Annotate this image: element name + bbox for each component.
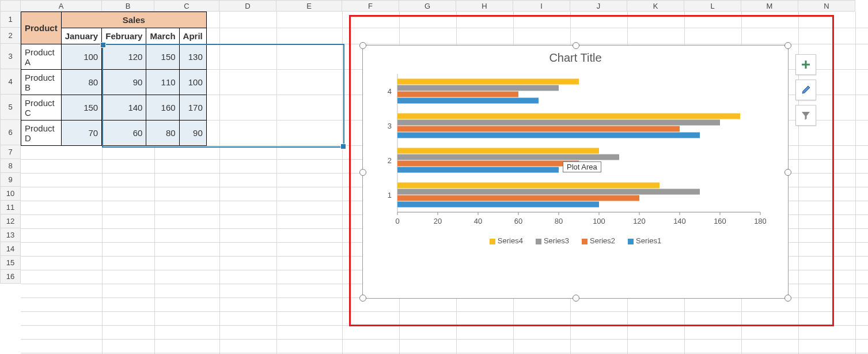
chart-handle[interactable] [573,295,579,302]
row-header-3[interactable]: 3 [0,44,21,69]
svg-rect-33 [397,114,740,119]
svg-text:60: 60 [514,217,522,225]
cell-product[interactable]: Product D [21,120,62,146]
row-header-1[interactable]: 1 [0,12,21,28]
col-header-E[interactable]: E [276,0,342,12]
svg-rect-31 [397,167,559,173]
chart-handle[interactable] [359,295,366,302]
col-header-F[interactable]: F [342,0,399,12]
row-header-13[interactable]: 13 [0,228,21,242]
col-header-H[interactable]: H [456,0,513,12]
row-header-4[interactable]: 4 [0,69,21,95]
chart-elements-button[interactable] [795,54,816,75]
header-february[interactable]: February [102,28,146,44]
cell-value[interactable]: 90 [102,70,146,95]
column-headers: ABCDEFGHIJKLMN [0,0,868,12]
cell-product[interactable]: Product B [21,70,62,95]
col-header-I[interactable]: I [513,0,570,12]
svg-rect-35 [397,126,680,132]
spreadsheet-view: ABCDEFGHIJKLMN 12345678910111213141516 P… [0,0,868,354]
chart-legend[interactable]: Series4Series3Series2Series1 [363,236,788,245]
chart-handle[interactable] [359,169,366,176]
row-header-7[interactable]: 7 [0,145,21,159]
row-header-14[interactable]: 14 [0,242,21,256]
col-header-G[interactable]: G [399,0,456,12]
col-header-D[interactable]: D [219,0,276,12]
svg-text:0: 0 [395,217,399,225]
cell-value[interactable]: 150 [146,44,179,70]
row-header-8[interactable]: 8 [0,159,21,173]
svg-rect-23 [397,183,659,189]
col-header-A[interactable]: A [21,0,102,12]
cell-value[interactable]: 160 [146,95,179,120]
svg-rect-26 [397,202,599,208]
chart-styles-button[interactable] [795,80,816,100]
row-header-12[interactable]: 12 [0,214,21,228]
svg-text:120: 120 [633,217,646,225]
svg-rect-24 [397,189,700,195]
chart-handle[interactable] [359,42,366,49]
cell-value[interactable]: 80 [146,120,179,146]
cell-product[interactable]: Product A [21,44,62,70]
cell-value[interactable]: 170 [179,95,206,120]
row-header-2[interactable]: 2 [0,28,21,44]
chart-handle[interactable] [784,295,791,302]
svg-rect-40 [397,92,518,97]
col-header-B[interactable]: B [102,0,154,12]
legend-item[interactable]: Series2 [582,236,615,245]
select-all-corner[interactable] [0,0,21,12]
legend-item[interactable]: Series3 [536,236,569,245]
chart-filters-button[interactable] [795,105,816,126]
cell-value[interactable]: 60 [102,120,146,146]
col-header-L[interactable]: L [684,0,741,12]
row-header-16[interactable]: 16 [0,270,21,284]
svg-text:1: 1 [388,191,392,199]
header-april[interactable]: April [179,28,206,44]
svg-text:20: 20 [434,217,442,225]
row-header-11[interactable]: 11 [0,201,21,214]
svg-rect-30 [397,161,579,167]
chart-object[interactable]: Chart Title 0204060801001201401601801234… [362,45,789,299]
cells-area[interactable]: Product Sales JanuaryFebruaryMarchApril … [21,12,868,354]
cell-value[interactable]: 80 [61,70,102,95]
chart-title[interactable]: Chart Title [363,51,788,65]
cell-value[interactable]: 90 [179,120,206,146]
row-header-6[interactable]: 6 [0,120,21,145]
cell-value[interactable]: 130 [179,44,206,70]
cell-value[interactable]: 70 [61,120,102,146]
col-header-N[interactable]: N [798,0,855,12]
col-header-K[interactable]: K [627,0,684,12]
cell-value[interactable]: 140 [102,95,146,120]
svg-text:3: 3 [388,122,392,130]
svg-rect-28 [397,148,599,154]
header-march[interactable]: March [146,28,179,44]
cell-value[interactable]: 150 [61,95,102,120]
cell-value[interactable]: 100 [179,70,206,95]
legend-item[interactable]: Series1 [628,236,661,245]
cell-value[interactable]: 120 [102,44,146,70]
chart-handle[interactable] [784,42,791,49]
header-sales[interactable]: Sales [61,12,206,28]
col-header-C[interactable]: C [154,0,219,12]
svg-text:80: 80 [555,217,563,225]
svg-rect-34 [397,120,720,126]
svg-text:100: 100 [593,217,605,225]
tooltip-plot-area: Plot Area [563,161,601,172]
plot-area[interactable]: 0204060801001201401601801234 Plot Area [386,68,771,235]
header-product[interactable]: Product [21,12,62,44]
chart-handle[interactable] [784,169,791,176]
chart-handle[interactable] [573,42,579,49]
legend-item[interactable]: Series4 [490,236,523,245]
cell-value[interactable]: 110 [146,70,179,95]
cell-product[interactable]: Product C [21,95,62,120]
row-header-10[interactable]: 10 [0,187,21,201]
svg-rect-41 [397,98,539,104]
row-header-5[interactable]: 5 [0,95,21,120]
cell-value[interactable]: 100 [61,44,102,70]
col-header-J[interactable]: J [570,0,627,12]
data-table[interactable]: Product Sales JanuaryFebruaryMarchApril … [21,12,207,146]
col-header-M[interactable]: M [741,0,798,12]
row-header-15[interactable]: 15 [0,256,21,270]
row-header-9[interactable]: 9 [0,173,21,187]
header-january[interactable]: January [61,28,102,44]
